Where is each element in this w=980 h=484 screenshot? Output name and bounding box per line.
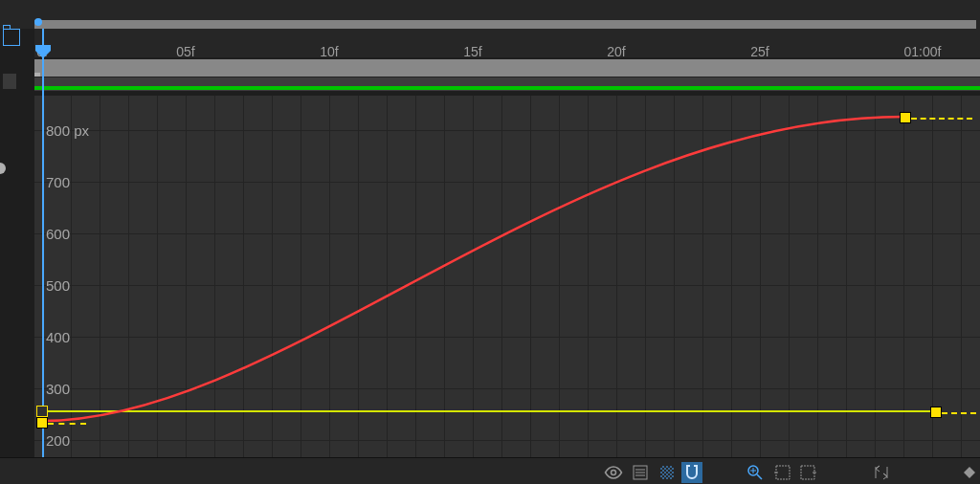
svg-rect-17 (776, 466, 790, 479)
grid-vline (272, 96, 273, 457)
svg-line-14 (757, 474, 762, 479)
grid-vline (731, 96, 732, 457)
grid-vline (702, 96, 703, 457)
keyframe-end-top[interactable] (900, 112, 911, 123)
playhead-line[interactable] (42, 29, 44, 457)
tangent-handle-end-top[interactable] (911, 118, 972, 120)
y-axis-label: 300 (46, 381, 70, 397)
grid-vline (616, 96, 617, 457)
grid-hline (34, 233, 980, 234)
grid-vline (444, 96, 445, 457)
grid-hline (34, 285, 980, 286)
diamond-icon[interactable] (959, 462, 980, 483)
grid-vline (588, 96, 589, 457)
grid-vline (817, 96, 818, 457)
y-axis-label: 700 (46, 174, 70, 190)
ruler-label: 01:00f (904, 44, 942, 59)
navigator-start-knob[interactable] (34, 18, 42, 26)
tangent-handle-start[interactable] (48, 423, 86, 425)
svg-point-0 (612, 471, 616, 475)
zoom-fit-icon[interactable] (745, 462, 766, 483)
grid-vline (358, 96, 359, 457)
graph-editor[interactable]: 800 px700600500400300200 (34, 96, 980, 457)
graph-editor-toolbar (0, 457, 980, 484)
graph-box2-icon[interactable] (798, 462, 819, 483)
eye-icon[interactable] (603, 462, 624, 483)
ruler-label: 25f (750, 44, 768, 59)
y-axis-label: 800 px (46, 122, 89, 139)
grid-vline (530, 96, 531, 457)
composition-icon (3, 29, 20, 46)
grid-vline (415, 96, 416, 457)
keyframe-start[interactable] (36, 417, 48, 429)
list-icon[interactable] (630, 462, 651, 483)
keyframe-end-bottom[interactable] (930, 407, 942, 418)
grid-vline (961, 96, 962, 457)
normalize-icon[interactable] (871, 462, 892, 483)
grid-vline (128, 96, 129, 457)
grid-vline (674, 96, 675, 457)
y-axis-label: 200 (46, 432, 70, 449)
grid-hline (34, 182, 980, 183)
layer-stub (3, 74, 16, 89)
time-ruler[interactable]: 0f05f10f15f20f25f01:00f (34, 29, 980, 57)
grid-vline (846, 96, 847, 457)
keyframe-start-hollow[interactable] (36, 406, 48, 417)
tangent-handle-end-bottom[interactable] (942, 412, 976, 414)
grid-icon[interactable] (657, 462, 678, 483)
ruler-label: 15f (463, 44, 481, 59)
grid-vline (875, 96, 876, 457)
grid-vline (387, 96, 388, 457)
grid-vline (71, 96, 72, 457)
grid-vline (301, 96, 301, 457)
grid-hline (34, 440, 980, 441)
graph-box-icon[interactable] (771, 462, 792, 483)
y-axis-label: 500 (46, 277, 70, 294)
grid-vline (501, 96, 502, 457)
ruler-label: 20f (607, 44, 625, 59)
panel-indicator-dot (0, 163, 6, 174)
y-axis-label: 600 (46, 226, 70, 242)
grid-hline (34, 130, 980, 131)
grid-hline (34, 388, 980, 389)
grid-hline (34, 337, 980, 338)
grid-vline (903, 96, 904, 457)
timeline-navigator[interactable] (0, 0, 980, 29)
work-area-bar[interactable] (34, 59, 980, 77)
grid-vline (186, 96, 187, 457)
ruler-label: 10f (320, 44, 338, 59)
grid-vline (214, 96, 215, 457)
magnet-icon[interactable] (681, 462, 702, 483)
navigator-track[interactable] (34, 20, 976, 29)
grid-vline (157, 96, 158, 457)
cached-frames-bar (34, 86, 980, 90)
grid-vline (789, 96, 790, 457)
grid-vline (243, 96, 244, 457)
grid-vline (329, 96, 330, 457)
y-axis-label: 400 (46, 329, 70, 345)
grid-vline (473, 96, 474, 457)
ruler-label: 05f (176, 44, 194, 59)
grid-vline (760, 96, 761, 457)
grid-vline (932, 96, 933, 457)
grid-vline (645, 96, 646, 457)
grid-vline (559, 96, 560, 457)
svg-rect-19 (801, 466, 814, 479)
playhead-indicator[interactable] (35, 45, 51, 56)
grid-vline (100, 96, 100, 457)
